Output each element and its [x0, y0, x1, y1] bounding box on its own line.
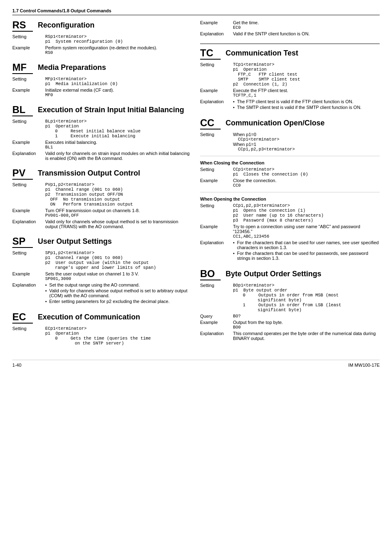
content-sp-example: Sets the user output value on channel 1 …: [45, 271, 192, 281]
content-mf-example: Initialize external media (CF card). MF0: [45, 88, 192, 97]
section-title-ec: Execution of Communication: [38, 312, 140, 321]
content-bl-explanation: Valid only for channels on strain input …: [45, 151, 192, 161]
label-rs-setting: Setting: [12, 34, 42, 39]
section-title-tc: Communication Test: [226, 48, 298, 58]
content-pv-explanation: Valid only for channels whose output met…: [45, 219, 192, 229]
right-column: Example Get the time. EC0 Explanation Va…: [200, 20, 380, 353]
section-code-sp: SP: [12, 236, 33, 248]
content-pv-example: Turn OFF transmission output on channels…: [45, 208, 192, 218]
page-header: 1.7 Control Commands/1.8 Output Commands: [12, 8, 380, 15]
section-code-bo: BO: [200, 269, 221, 280]
section-code-pv: PV: [12, 168, 33, 180]
subsection-title-opening: When Opening the Connection: [200, 197, 380, 201]
label-sp-explanation: Explanation: [12, 282, 42, 287]
label-bo-query: Query: [200, 314, 230, 319]
footer-doc-id: IM MW100-17E: [348, 363, 380, 368]
label-cc-open-explanation: Explanation: [200, 240, 230, 245]
divider-tc: [200, 44, 380, 44]
label-bl-explanation: Explanation: [12, 151, 42, 156]
section-title-pv: Transmission Output Control: [38, 168, 140, 178]
section-code-tc: TC: [200, 48, 221, 60]
content-cc-open-setting: CCp1,p2,p3<terminator> p1 Opens the conn…: [233, 203, 380, 223]
label-tc-setting: Setting: [200, 62, 230, 67]
content-tc-explanation: • The FTP client test is valid if the FT…: [233, 99, 380, 111]
content-sp-setting: SPp1,p2<terminator> p1 Channel range (00…: [45, 250, 192, 270]
content-pv-setting: PVp1,p2<terminator> p1 Channel range (00…: [45, 182, 192, 207]
label-ec-example: Example: [200, 20, 230, 25]
section-bl: BL Execution of Strain Input Initial Bal…: [12, 105, 192, 161]
section-title-sp: User Output Settings: [38, 236, 112, 246]
content-bl-example: Executes initial balancing. BL1: [45, 140, 192, 150]
page-footer: 1-40 IM MW100-17E: [12, 360, 380, 368]
content-ec-example: Get the time. EC0: [233, 20, 380, 30]
section-rs: RS Reconfiguration Setting RSp1<terminat…: [12, 20, 192, 55]
label-sp-example: Example: [12, 271, 42, 276]
label-mf-setting: Setting: [12, 76, 42, 81]
section-cc: CC Communication Open/Close Setting When…: [200, 118, 380, 261]
section-code-bl: BL: [12, 105, 33, 116]
section-code-ec: EC: [12, 312, 33, 324]
content-ec-setting: ECp1<terminator> p1 Operation 0 Gets the…: [45, 326, 192, 346]
divider-cc-sub: [200, 156, 380, 156]
content-rs-setting: RSp1<terminator> p1 System reconfigurati…: [45, 34, 192, 44]
label-ec-setting: Setting: [12, 326, 42, 331]
label-cc-open-example: Example: [200, 224, 230, 229]
label-cc-close-example: Example: [200, 178, 230, 183]
label-pv-setting: Setting: [12, 182, 42, 187]
content-cc-close-setting: CCp1<terminator> p1 Closes the connectio…: [233, 167, 380, 177]
section-mf: MF Media Preparations Setting MFp1<termi…: [12, 62, 192, 97]
content-bo-setting: BOp1<terminator> p1 Byte output order 0 …: [233, 283, 380, 312]
section-pv: PV Transmission Output Control Setting P…: [12, 168, 192, 229]
divider-cc-open: [200, 192, 380, 192]
section-title-rs: Reconfiguration: [38, 20, 95, 30]
content-cc-close-example: Close the connection. CC0: [233, 178, 380, 188]
label-bl-example: Example: [12, 140, 42, 145]
section-code-rs: RS: [12, 20, 33, 32]
footer-page-number: 1-40: [12, 363, 21, 368]
subsection-title-closing: When Closing the Connection: [200, 160, 380, 165]
label-cc-setting-intro: Setting: [200, 132, 230, 137]
content-cc-setting-intro: When p1=0 CCp1<terminator> When p1=1 CCp…: [233, 132, 380, 152]
section-title-mf: Media Preparations: [38, 62, 106, 72]
content-ec-explanation: Valid if the SNTP client function is ON.: [233, 31, 380, 36]
label-cc-open-setting: Setting: [200, 203, 230, 208]
section-bo: BO Byte Output Order Settings Setting BO…: [200, 269, 380, 341]
section-code-mf: MF: [12, 62, 33, 74]
section-ec-continued: Example Get the time. EC0 Explanation Va…: [200, 20, 380, 36]
label-rs-example: Example: [12, 45, 42, 50]
section-title-cc: Communication Open/Close: [226, 118, 325, 127]
label-cc-close-setting: Setting: [200, 167, 230, 172]
section-tc: TC Communication Test Setting TCp1<termi…: [200, 48, 380, 111]
content-tc-example: Execute the FTP client test. TCFTP_C,1: [233, 88, 380, 98]
content-sp-explanation: • Set the output range using the AO comm…: [45, 282, 192, 305]
section-code-cc: CC: [200, 118, 221, 130]
content-cc-open-explanation: • For the characters that can be used fo…: [233, 240, 380, 261]
content-bo-query: BO?: [233, 314, 380, 319]
content-bl-setting: BLp1<terminator> p1 Operation 0 Reset in…: [45, 119, 192, 139]
content-mf-setting: MFp1<terminator> p1 Media initialization…: [45, 76, 192, 86]
label-tc-explanation: Explanation: [200, 99, 230, 104]
section-ec: EC Execution of Communication Setting EC…: [12, 312, 192, 346]
label-pv-explanation: Explanation: [12, 219, 42, 224]
label-ec-explanation: Explanation: [200, 31, 230, 36]
section-title-bl: Execution of Strain Input Initial Balanc…: [38, 105, 184, 114]
content-rs-example: Perform system reconfiguration (re-detec…: [45, 45, 192, 55]
content-bo-explanation: This command operates per the byte order…: [233, 331, 380, 341]
label-bo-setting: Setting: [200, 283, 230, 288]
content-bo-example: Output from the top byte. BO0: [233, 320, 380, 330]
label-sp-setting: Setting: [12, 250, 42, 255]
label-mf-example: Example: [12, 88, 42, 92]
label-bo-explanation: Explanation: [200, 331, 230, 336]
content-tc-setting: TCp1<terminator> p1 Operation FTP_C FTP …: [233, 62, 380, 87]
section-sp: SP User Output Settings Setting SPp1,p2<…: [12, 236, 192, 305]
label-pv-example: Example: [12, 208, 42, 213]
label-bl-setting: Setting: [12, 119, 42, 124]
content-cc-open-example: Try to open a connection using user name…: [233, 224, 380, 239]
label-bo-example: Example: [200, 320, 230, 325]
label-tc-example: Example: [200, 88, 230, 93]
left-column: RS Reconfiguration Setting RSp1<terminat…: [12, 20, 192, 353]
section-title-bo: Byte Output Order Settings: [226, 269, 321, 278]
